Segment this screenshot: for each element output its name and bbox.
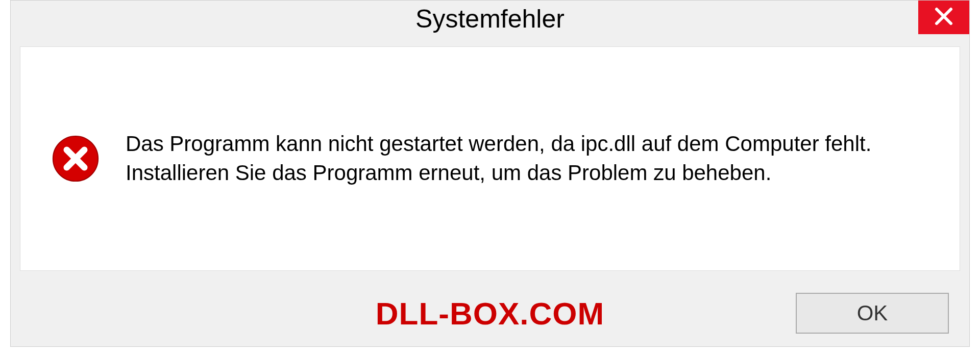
error-dialog: Systemfehler Das Programm kann nicht ges…: [10, 0, 970, 347]
error-message: Das Programm kann nicht gestartet werden…: [126, 130, 891, 187]
content-area: Das Programm kann nicht gestartet werden…: [20, 46, 960, 271]
watermark-text: DLL-BOX.COM: [376, 295, 604, 332]
close-button[interactable]: [918, 1, 969, 34]
dialog-footer: DLL-BOX.COM OK: [11, 280, 969, 346]
titlebar: Systemfehler: [11, 1, 969, 37]
close-icon: [934, 6, 954, 29]
error-icon: [51, 134, 100, 183]
dialog-title: Systemfehler: [415, 4, 565, 34]
ok-button[interactable]: OK: [796, 293, 949, 334]
